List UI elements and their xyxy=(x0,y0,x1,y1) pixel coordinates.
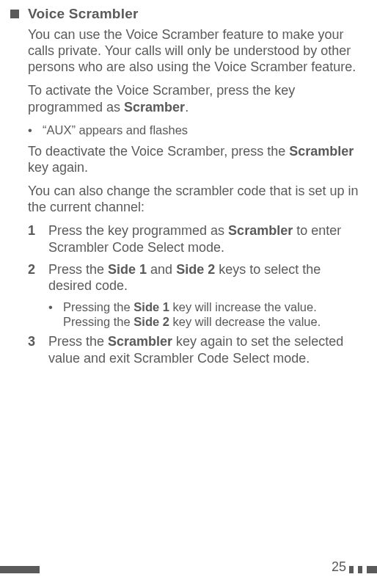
page-number: 25 xyxy=(332,559,346,575)
scrambler-bold: Scrambler xyxy=(108,334,172,349)
footer-bar-left-icon xyxy=(0,566,40,573)
intro-paragraph: You can use the Voice Scramber feature t… xyxy=(28,26,367,75)
step-2: 2 Press the Side 1 and Side 2 keys to se… xyxy=(28,261,367,294)
page-footer: 25 xyxy=(0,560,377,575)
side2-bold: Side 2 xyxy=(176,262,215,277)
change-code-paragraph: You can also change the scrambler code t… xyxy=(28,183,367,215)
scrambler-bold: Scrambler xyxy=(289,144,354,159)
aux-bullet: • “AUX” appears and flashes xyxy=(28,123,367,137)
text: Press the xyxy=(48,262,108,277)
text: Press the key programmed as xyxy=(48,223,228,238)
step-text: Press the Scrambler key again to set the… xyxy=(48,333,367,366)
activate-paragraph: To activate the Voice Scramber, press th… xyxy=(28,82,367,115)
step-number: 1 xyxy=(28,222,48,255)
text: and xyxy=(147,262,176,277)
section-bullet-icon xyxy=(10,10,19,18)
step-number: 3 xyxy=(28,333,48,366)
section-heading: Voice Scrambler xyxy=(28,6,139,22)
body-content: You can use the Voice Scramber feature t… xyxy=(10,26,367,366)
text: Pressing the xyxy=(63,300,133,313)
deactivate-paragraph: To deactivate the Voice Scramber, press … xyxy=(28,143,367,175)
footer-bar-icon xyxy=(349,566,354,573)
step-text: Press the Side 1 and Side 2 keys to sele… xyxy=(48,261,367,294)
step-number: 2 xyxy=(28,261,48,294)
side2-bold: Side 2 xyxy=(133,315,169,328)
step-2-sub-bullet: • Pressing the Side 1 key will increase … xyxy=(48,300,367,330)
text: To deactivate the Voice Scramber, press … xyxy=(28,144,289,159)
scrambler-bold: Scrambler xyxy=(228,223,293,238)
sub-text: Pressing the Side 1 key will increase th… xyxy=(63,300,367,330)
bullet-dot-icon: • xyxy=(28,123,43,137)
text: Press the xyxy=(48,334,108,349)
step-3: 3 Press the Scrambler key again to set t… xyxy=(28,333,367,366)
step-1: 1 Press the key programmed as Scrambler … xyxy=(28,222,367,255)
aux-text: “AUX” appears and flashes xyxy=(43,123,188,137)
step-text: Press the key programmed as Scrambler to… xyxy=(48,222,367,255)
text: key will decrease the value. xyxy=(169,315,321,328)
side1-bold: Side 1 xyxy=(133,300,169,313)
text: . xyxy=(185,100,188,115)
footer-bar-icon xyxy=(358,566,362,573)
side1-bold: Side 1 xyxy=(108,262,147,277)
text: key again. xyxy=(28,160,88,175)
scramber-bold: Scramber xyxy=(124,100,185,115)
bullet-dot-icon: • xyxy=(48,300,63,330)
footer-bar-icon xyxy=(367,566,377,573)
